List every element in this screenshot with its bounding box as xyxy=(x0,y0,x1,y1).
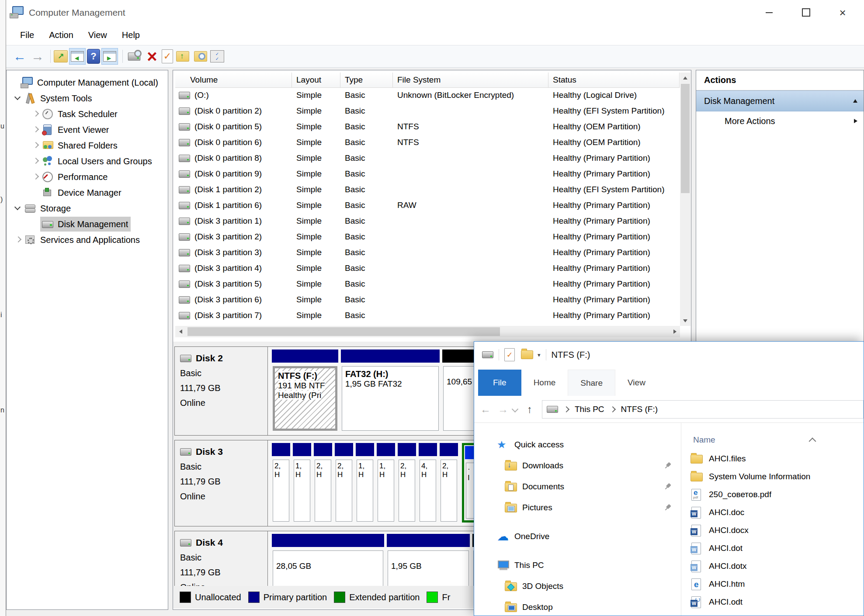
collapse-icon[interactable] xyxy=(853,99,857,103)
checklist-icon[interactable] xyxy=(210,50,224,62)
partition[interactable]: NTFS (F:) 191 MB NTF Healthy (Pri xyxy=(272,350,338,432)
column-header-type[interactable]: Type xyxy=(340,73,393,87)
menu-item[interactable]: Help xyxy=(115,25,147,45)
file-list-name-header[interactable]: Name xyxy=(693,435,715,445)
address-bar[interactable]: This PC NTFS (F:) xyxy=(542,400,864,419)
file-row[interactable]: W AHCI.dot xyxy=(691,539,864,557)
column-header-layout[interactable]: Layout xyxy=(292,73,340,87)
breadcrumb-chevron-icon[interactable] xyxy=(610,406,616,412)
ribbon-tab[interactable]: View xyxy=(615,370,658,396)
menu-item[interactable]: View xyxy=(81,25,115,45)
tree-item[interactable]: Computer Management (Local) xyxy=(7,75,168,90)
recent-locations-dropdown-icon[interactable] xyxy=(512,406,519,413)
table-vertical-scrollbar[interactable] xyxy=(680,73,691,326)
tree-chevron-icon[interactable] xyxy=(30,109,40,119)
partition[interactable]: 28,05 GB xyxy=(272,534,384,586)
nav-up-icon[interactable]: ↑ xyxy=(521,403,538,415)
breadcrumb-current[interactable]: NTFS (F:) xyxy=(621,405,658,414)
scroll-right-arrow[interactable] xyxy=(670,326,680,337)
file-row[interactable]: AHCI.files xyxy=(691,450,864,467)
folder-up-icon[interactable] xyxy=(174,48,191,65)
tree-chevron-icon[interactable] xyxy=(9,77,20,88)
volume-row[interactable]: (Disk 0 partition 6) Simple Basic NTFS H… xyxy=(175,135,680,150)
volume-row[interactable]: (Disk 0 partition 9) Simple Basic Health… xyxy=(175,166,680,182)
column-header-filesystem[interactable]: File System xyxy=(393,73,548,87)
tree-chevron-icon[interactable] xyxy=(30,140,40,151)
tree-item[interactable]: Storage xyxy=(7,201,168,216)
partition[interactable]: 1, H xyxy=(356,443,374,523)
volume-row[interactable]: (Disk 0 partition 2) Simple Basic Health… xyxy=(175,103,680,119)
sort-caret-icon[interactable] xyxy=(809,438,816,445)
volume-row[interactable]: (Disk 1 partition 2) Simple Basic Health… xyxy=(175,182,680,197)
partition[interactable]: 1, H xyxy=(293,443,311,523)
actions-section-header[interactable]: Disk Management xyxy=(696,90,864,111)
tree-chevron-icon[interactable] xyxy=(12,203,23,214)
tree-chevron-icon[interactable] xyxy=(30,156,40,166)
close-button[interactable]: × xyxy=(826,0,859,25)
disk-4-label[interactable]: Disk 4 Basic 111,79 GB Online xyxy=(175,531,268,586)
file-row[interactable]: 250_советов.pdf xyxy=(691,485,864,503)
file-row[interactable]: W AHCI.dotx xyxy=(691,557,864,575)
table-horizontal-scrollbar[interactable] xyxy=(175,326,680,337)
volume-row[interactable]: (Disk 3 partition 6) Simple Basic Health… xyxy=(175,292,680,308)
more-actions-item[interactable]: More Actions xyxy=(696,111,864,131)
volume-row[interactable]: (Disk 0 partition 8) Simple Basic Health… xyxy=(175,150,680,166)
tree-chevron-icon[interactable] xyxy=(30,219,40,229)
sidebar-item[interactable]: Documents xyxy=(474,476,681,497)
sidebar-item[interactable]: This PC xyxy=(474,555,681,576)
tree-item[interactable]: Services and Applications xyxy=(7,232,168,248)
help-icon[interactable] xyxy=(87,49,100,64)
volume-row[interactable]: (Disk 0 partition 5) Simple Basic NTFS H… xyxy=(175,119,680,135)
volume-row[interactable]: (Disk 3 partition 4) Simple Basic Health… xyxy=(175,260,680,276)
file-row[interactable]: W AHCI.doc xyxy=(691,503,864,521)
volume-row[interactable]: (Disk 3 partition 5) Simple Basic Health… xyxy=(175,276,680,292)
properties-check-icon[interactable] xyxy=(162,49,173,63)
partition[interactable]: 4, H xyxy=(419,443,437,523)
tree-item[interactable]: Device Manager xyxy=(7,185,168,201)
delete-x-icon[interactable] xyxy=(144,48,160,65)
column-header-volume[interactable]: Volume xyxy=(175,73,292,87)
nav-forward-icon[interactable]: → xyxy=(494,403,512,415)
file-row[interactable]: W AHCI.docx xyxy=(691,521,864,539)
partition[interactable]: 2, H xyxy=(440,443,458,523)
column-header-status[interactable]: Status xyxy=(548,73,680,87)
export-list-icon[interactable] xyxy=(54,50,68,62)
partition[interactable]: 2, H xyxy=(272,443,290,523)
tree-chevron-icon[interactable] xyxy=(30,125,40,135)
drive-search-icon[interactable] xyxy=(126,48,142,65)
partition[interactable]: 1, H xyxy=(377,443,395,523)
disk-2-label[interactable]: Disk 2 Basic 111,79 GB Online xyxy=(175,347,268,435)
breadcrumb-chevron-icon[interactable] xyxy=(563,406,569,412)
tree-item[interactable]: Shared Folders xyxy=(7,138,168,153)
action-pane-toggle-icon[interactable] xyxy=(101,48,118,65)
volume-row[interactable]: (Disk 3 partition 7) Simple Basic Health… xyxy=(175,308,680,323)
toolbar-separator[interactable] xyxy=(122,50,123,63)
partition[interactable]: 2, H xyxy=(398,443,416,523)
menu-item[interactable]: File xyxy=(13,25,42,45)
tree-chevron-icon[interactable] xyxy=(30,172,40,182)
folder-icon[interactable] xyxy=(521,350,533,359)
scrollbar-thumb[interactable] xyxy=(681,84,690,193)
scroll-left-arrow[interactable] xyxy=(175,326,186,337)
back-arrow-icon[interactable] xyxy=(11,48,28,65)
breadcrumb-this-pc[interactable]: This PC xyxy=(575,405,604,414)
file-row[interactable]: System Volume Information xyxy=(691,467,864,485)
partition[interactable]: 2, H xyxy=(335,443,353,523)
tree-item[interactable]: Performance xyxy=(7,169,168,185)
forward-arrow-icon[interactable] xyxy=(29,48,46,65)
tree-item[interactable]: Disk Management xyxy=(7,216,168,232)
sidebar-item[interactable]: Quick access xyxy=(474,434,681,455)
nav-back-icon[interactable]: ← xyxy=(477,403,494,415)
console-tree-toggle-icon[interactable] xyxy=(69,48,86,65)
scrollbar-thumb[interactable] xyxy=(187,327,500,336)
partition[interactable]: 1,95 GB xyxy=(387,534,470,586)
file-row[interactable]: AHCI.htm xyxy=(691,575,864,593)
ribbon-tab[interactable]: File xyxy=(478,370,521,396)
scroll-down-arrow[interactable] xyxy=(680,315,691,326)
menu-item[interactable]: Action xyxy=(42,25,81,45)
volume-row[interactable]: (Disk 3 partition 3) Simple Basic Health… xyxy=(175,245,680,260)
partition[interactable]: FAT32 (H:) 1,95 GB FAT32 xyxy=(341,350,440,432)
quick-access-properties-icon[interactable] xyxy=(504,348,515,361)
toolbar-separator[interactable] xyxy=(50,50,51,63)
ribbon-tab[interactable]: Share xyxy=(568,370,615,396)
